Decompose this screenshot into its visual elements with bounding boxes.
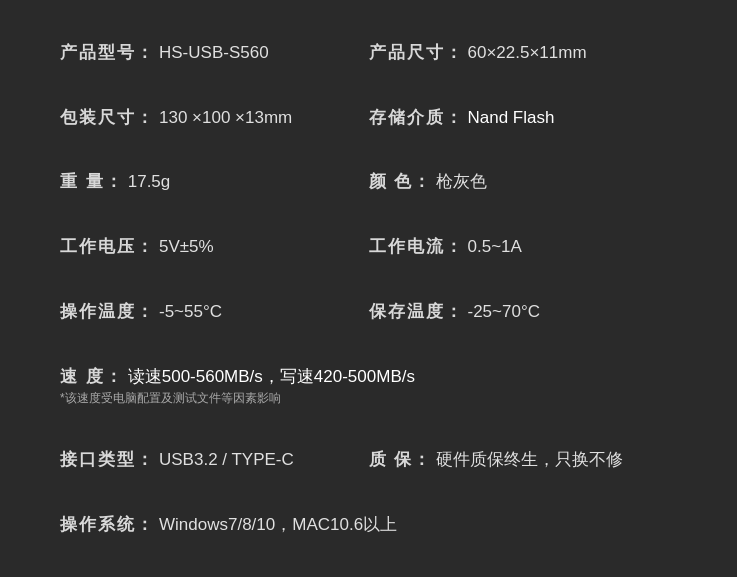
speed-note: *该速度受电脑配置及测试文件等因素影响 (60, 390, 281, 407)
spec-row-6: 速 度： 读速500-560MB/s，写速420-500MB/s *该速度受电脑… (60, 365, 677, 407)
value-operating-temp: -5~55°C (159, 302, 222, 322)
value-weight: 17.5g (128, 172, 171, 192)
spec-cell-interface: 接口类型： USB3.2 / TYPE-C (60, 448, 369, 471)
spec-row-5: 操作温度： -5~55°C 保存温度： -25~70°C (60, 300, 677, 323)
spec-row-1: 产品型号： HS-USB-S560 产品尺寸： 60×22.5×11mm (60, 41, 677, 64)
label-color: 颜 色： (369, 170, 433, 193)
value-storage-temp: -25~70°C (468, 302, 540, 322)
label-os: 操作系统： (60, 513, 155, 536)
label-weight: 重 量： (60, 170, 124, 193)
spec-row-3: 重 量： 17.5g 颜 色： 枪灰色 (60, 170, 677, 193)
spec-cell-package-size: 包装尺寸： 130 ×100 ×13mm (60, 106, 369, 129)
spec-cell-color: 颜 色： 枪灰色 (369, 170, 678, 193)
spec-row-7: 接口类型： USB3.2 / TYPE-C 质 保： 硬件质保终生，只换不修 (60, 448, 677, 471)
label-package-size: 包装尺寸： (60, 106, 155, 129)
value-interface: USB3.2 / TYPE-C (159, 450, 294, 470)
label-working-voltage: 工作电压： (60, 235, 155, 258)
spec-row-8: 操作系统： Windows7/8/10，MAC10.6以上 (60, 513, 677, 536)
spec-cell-dimensions: 产品尺寸： 60×22.5×11mm (369, 41, 678, 64)
label-model: 产品型号： (60, 41, 155, 64)
label-storage-temp: 保存温度： (369, 300, 464, 323)
value-os: Windows7/8/10，MAC10.6以上 (159, 513, 397, 536)
value-model: HS-USB-S560 (159, 43, 269, 63)
label-warranty: 质 保： (369, 448, 433, 471)
spec-cell-weight: 重 量： 17.5g (60, 170, 369, 193)
spec-cell-storage-medium: 存储介质： Nand Flash (369, 106, 678, 129)
specs-container: 产品型号： HS-USB-S560 产品尺寸： 60×22.5×11mm 包装尺… (0, 0, 737, 577)
spec-cell-operating-temp: 操作温度： -5~55°C (60, 300, 369, 323)
spec-row-2: 包装尺寸： 130 ×100 ×13mm 存储介质： Nand Flash (60, 106, 677, 129)
label-interface: 接口类型： (60, 448, 155, 471)
spec-cell-model: 产品型号： HS-USB-S560 (60, 41, 369, 64)
value-speed: 读速500-560MB/s，写速420-500MB/s (128, 365, 415, 388)
label-working-current: 工作电流： (369, 235, 464, 258)
label-speed: 速 度： (60, 365, 124, 388)
value-storage-medium: Nand Flash (468, 108, 555, 128)
value-dimensions: 60×22.5×11mm (468, 43, 587, 63)
value-color: 枪灰色 (436, 170, 487, 193)
value-package-size: 130 ×100 ×13mm (159, 108, 292, 128)
spec-cell-speed: 速 度： 读速500-560MB/s，写速420-500MB/s *该速度受电脑… (60, 365, 677, 407)
label-storage-medium: 存储介质： (369, 106, 464, 129)
spec-cell-storage-temp: 保存温度： -25~70°C (369, 300, 678, 323)
value-working-voltage: 5V±5% (159, 237, 214, 257)
spec-row-4: 工作电压： 5V±5% 工作电流： 0.5~1A (60, 235, 677, 258)
value-working-current: 0.5~1A (468, 237, 522, 257)
value-warranty: 硬件质保终生，只换不修 (436, 448, 623, 471)
speed-row-inner: 速 度： 读速500-560MB/s，写速420-500MB/s (60, 365, 415, 388)
spec-cell-os: 操作系统： Windows7/8/10，MAC10.6以上 (60, 513, 677, 536)
label-dimensions: 产品尺寸： (369, 41, 464, 64)
spec-cell-working-voltage: 工作电压： 5V±5% (60, 235, 369, 258)
spec-cell-warranty: 质 保： 硬件质保终生，只换不修 (369, 448, 678, 471)
label-operating-temp: 操作温度： (60, 300, 155, 323)
spec-cell-working-current: 工作电流： 0.5~1A (369, 235, 678, 258)
